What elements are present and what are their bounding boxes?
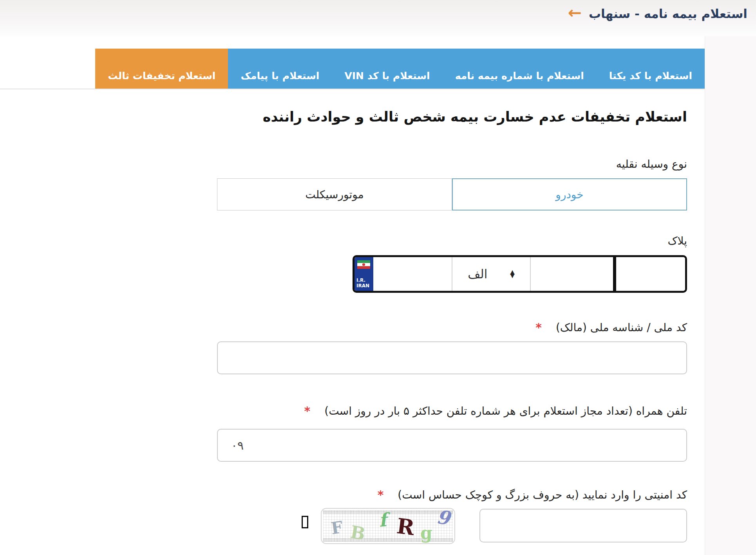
- tab-third-party-discounts[interactable]: استعلام تخفیفات ثالث: [95, 49, 228, 89]
- tab-policy-number[interactable]: استعلام با شماره بیمه نامه: [443, 49, 597, 89]
- phone-label: تلفن همراه (تعداد مجاز استعلام برای هر ش…: [304, 404, 687, 418]
- plate-label: پلاک: [667, 234, 687, 247]
- captcha-char: g: [420, 523, 432, 543]
- national-id-input[interactable]: [217, 341, 687, 374]
- captcha-image: F B f R g 9: [321, 508, 455, 544]
- insurance-inquiry-page: { "header": { "title": "استعلام بیمه نام…: [0, 0, 756, 555]
- back-arrow-icon[interactable]: ←: [568, 5, 582, 21]
- plate-two-digit-input[interactable]: [373, 257, 452, 291]
- plate-letter-select[interactable]: الف ▲▼: [452, 257, 531, 291]
- vehicle-type-option-motorcycle[interactable]: موتورسیکلت: [217, 178, 452, 210]
- refresh-icon-placeholder[interactable]: [302, 516, 308, 528]
- captcha-input[interactable]: [479, 509, 687, 542]
- plate-region-input[interactable]: [616, 257, 687, 291]
- required-asterisk: *: [535, 321, 542, 334]
- select-spinner-icon: ▲▼: [510, 270, 515, 278]
- vehicle-type-label: نوع وسیله نقلیه: [616, 158, 687, 170]
- main-card: استعلام با کد یکتا استعلام با شماره بیمه…: [0, 36, 705, 555]
- national-id-label: کد ملی / شناسه ملی (مالک) *: [535, 321, 687, 334]
- plate-three-digit-input[interactable]: [531, 257, 613, 291]
- phone-input[interactable]: [217, 429, 687, 462]
- captcha-char: R: [395, 513, 416, 540]
- tab-unique-code[interactable]: استعلام با کد یکتا: [597, 49, 705, 89]
- vehicle-type-option-car[interactable]: خودرو: [452, 178, 687, 210]
- license-plate-widget: I.R. IRAN الف ▲▼: [353, 255, 687, 293]
- page-title: استعلام بیمه نامه - سنهاب: [589, 7, 747, 21]
- plate-country-text: I.R. IRAN: [356, 278, 369, 289]
- form-heading: استعلام تخفیفات عدم خسارت بیمه شخص ثالث …: [263, 109, 687, 125]
- captcha-char: F: [330, 517, 344, 538]
- breadcrumb: استعلام بیمه نامه - سنهاب ←: [568, 5, 747, 22]
- captcha-label: کد امنیتی را وارد نمایید (به حروف بزرگ و…: [378, 488, 687, 502]
- tab-sms[interactable]: استعلام با پیامک: [228, 49, 332, 89]
- required-asterisk: *: [378, 488, 384, 502]
- vehicle-type-toggle: خودرو موتورسیکلت: [217, 178, 687, 210]
- iran-flag-icon: [357, 260, 370, 269]
- inquiry-tabs: استعلام با کد یکتا استعلام با شماره بیمه…: [95, 49, 705, 89]
- tab-bottom-divider: [0, 89, 705, 89]
- header-band: استعلام بیمه نامه - سنهاب ←: [0, 0, 756, 36]
- plate-flag-section: I.R. IRAN: [354, 257, 373, 291]
- required-asterisk: *: [304, 404, 311, 418]
- plate-letter-value: الف: [468, 267, 487, 281]
- tab-vin-code[interactable]: استعلام با کد VIN: [332, 49, 442, 89]
- plate-region-divider: [613, 257, 616, 291]
